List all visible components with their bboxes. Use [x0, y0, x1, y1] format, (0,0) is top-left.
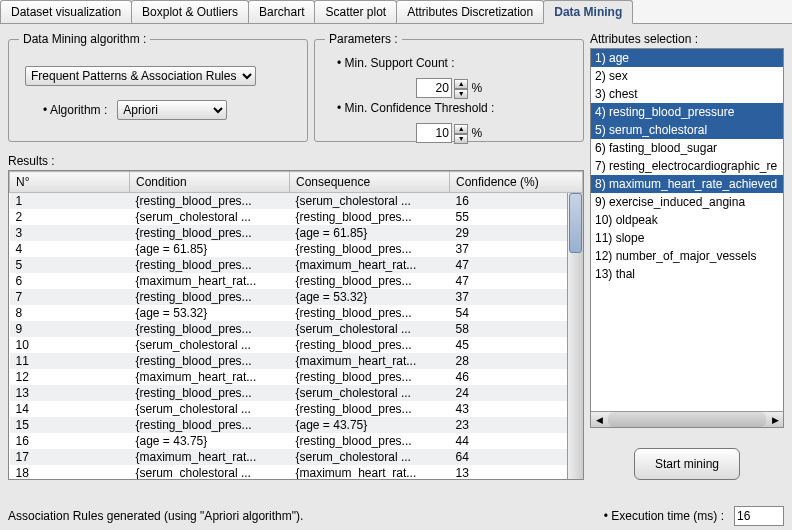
confidence-down-button[interactable]: ▼ [454, 134, 468, 144]
table-cell: 37 [450, 289, 583, 305]
table-row[interactable]: 12{maximum_heart_rat...{resting_blood_pr… [10, 369, 583, 385]
table-cell: {age = 53.32} [130, 305, 290, 321]
tab-barchart[interactable]: Barchart [248, 0, 315, 23]
table-cell: 7 [10, 289, 130, 305]
algorithm-select[interactable]: Apriori [117, 100, 227, 120]
algorithm-legend: Data Mining algorithm : [19, 32, 150, 46]
table-row[interactable]: 15{resting_blood_pres...{age = 43.75}23 [10, 417, 583, 433]
table-cell: {resting_blood_pres... [130, 353, 290, 369]
table-cell: 16 [450, 193, 583, 210]
table-cell: {age = 43.75} [290, 417, 450, 433]
table-cell: 28 [450, 353, 583, 369]
table-row[interactable]: 2{serum_cholestoral ...{resting_blood_pr… [10, 209, 583, 225]
column-header[interactable]: Consequence [290, 172, 450, 193]
tab-dataset-visualization[interactable]: Dataset visualization [0, 0, 132, 23]
exec-time-input[interactable] [734, 506, 784, 526]
start-mining-button[interactable]: Start mining [634, 448, 740, 480]
attribute-item[interactable]: 11) slope [591, 229, 783, 247]
table-cell: {resting_blood_pres... [290, 401, 450, 417]
table-row[interactable]: 13{resting_blood_pres...{serum_cholestor… [10, 385, 583, 401]
table-cell: 3 [10, 225, 130, 241]
attribute-item[interactable]: 13) thal [591, 265, 783, 283]
table-row[interactable]: 6{maximum_heart_rat...{resting_blood_pre… [10, 273, 583, 289]
column-header[interactable]: Condition [130, 172, 290, 193]
attribute-item[interactable]: 9) exercise_induced_angina [591, 193, 783, 211]
support-up-button[interactable]: ▲ [454, 79, 468, 89]
support-down-button[interactable]: ▼ [454, 89, 468, 99]
table-cell: {serum_cholestoral ... [130, 465, 290, 480]
table-cell: 13 [10, 385, 130, 401]
table-cell: {resting_blood_pres... [290, 369, 450, 385]
table-cell: {resting_blood_pres... [130, 385, 290, 401]
tab-boxplot-outliers[interactable]: Boxplot & Outliers [131, 0, 249, 23]
table-cell: 45 [450, 337, 583, 353]
table-cell: 10 [10, 337, 130, 353]
min-confidence-label: Min. Confidence Threshold : [337, 101, 494, 115]
vertical-scrollbar[interactable] [567, 193, 583, 479]
table-cell: {maximum_heart_rat... [130, 449, 290, 465]
table-row[interactable]: 3{resting_blood_pres...{age = 61.85}29 [10, 225, 583, 241]
min-support-input[interactable] [416, 78, 452, 98]
attribute-item[interactable]: 3) chest [591, 85, 783, 103]
attribute-item[interactable]: 8) maximum_heart_rate_achieved [591, 175, 783, 193]
table-cell: {maximum_heart_rat... [130, 273, 290, 289]
table-row[interactable]: 5{resting_blood_pres...{maximum_heart_ra… [10, 257, 583, 273]
scroll-right-icon[interactable]: ▶ [767, 415, 783, 425]
table-row[interactable]: 11{resting_blood_pres...{maximum_heart_r… [10, 353, 583, 369]
table-row[interactable]: 9{resting_blood_pres...{serum_cholestora… [10, 321, 583, 337]
table-row[interactable]: 10{serum_cholestoral ...{resting_blood_p… [10, 337, 583, 353]
table-cell: {resting_blood_pres... [130, 225, 290, 241]
table-row[interactable]: 7{resting_blood_pres...{age = 53.32}37 [10, 289, 583, 305]
min-confidence-input[interactable] [416, 123, 452, 143]
tab-scatter-plot[interactable]: Scatter plot [314, 0, 397, 23]
table-row[interactable]: 18{serum_cholestoral ...{maximum_heart_r… [10, 465, 583, 480]
attribute-item[interactable]: 2) sex [591, 67, 783, 85]
mining-type-select[interactable]: Frequent Patterns & Association Rules [25, 66, 256, 86]
table-cell: 47 [450, 273, 583, 289]
table-cell: 1 [10, 193, 130, 210]
attribute-item[interactable]: 1) age [591, 49, 783, 67]
table-cell: 46 [450, 369, 583, 385]
table-row[interactable]: 8{age = 53.32}{resting_blood_pres...54 [10, 305, 583, 321]
attribute-item[interactable]: 7) resting_electrocardiographic_re [591, 157, 783, 175]
table-cell: {maximum_heart_rat... [290, 465, 450, 480]
table-cell: {age = 43.75} [130, 433, 290, 449]
attribute-item[interactable]: 5) serum_cholestoral [591, 121, 783, 139]
table-cell: 18 [10, 465, 130, 480]
table-row[interactable]: 1{resting_blood_pres...{serum_cholestora… [10, 193, 583, 210]
exec-time-label: Execution time (ms) : [611, 509, 724, 523]
table-cell: 54 [450, 305, 583, 321]
attribute-item[interactable]: 10) oldpeak [591, 211, 783, 229]
table-cell: {resting_blood_pres... [290, 305, 450, 321]
tab-attributes-discretization[interactable]: Attributes Discretization [396, 0, 544, 23]
table-row[interactable]: 17{maximum_heart_rat...{serum_cholestora… [10, 449, 583, 465]
table-cell: 5 [10, 257, 130, 273]
table-cell: 4 [10, 241, 130, 257]
table-cell: {maximum_heart_rat... [130, 369, 290, 385]
table-cell: 55 [450, 209, 583, 225]
table-cell: 16 [10, 433, 130, 449]
table-row[interactable]: 4{age = 61.85}{resting_blood_pres...37 [10, 241, 583, 257]
attributes-label: Attributes selection : [590, 32, 784, 46]
table-cell: 8 [10, 305, 130, 321]
table-cell: {resting_blood_pres... [290, 209, 450, 225]
confidence-up-button[interactable]: ▲ [454, 124, 468, 134]
table-row[interactable]: 14{serum_cholestoral ...{resting_blood_p… [10, 401, 583, 417]
algorithm-label: Algorithm : [43, 103, 107, 117]
table-cell: {resting_blood_pres... [130, 193, 290, 210]
attribute-item[interactable]: 12) number_of_major_vessels [591, 247, 783, 265]
tab-data-mining[interactable]: Data Mining [543, 0, 633, 24]
attribute-item[interactable]: 6) fasting_blood_sugar [591, 139, 783, 157]
table-cell: 13 [450, 465, 583, 480]
column-header[interactable]: Confidence (%) [450, 172, 583, 193]
attribute-item[interactable]: 4) resting_blood_pressure [591, 103, 783, 121]
table-cell: 47 [450, 257, 583, 273]
attributes-list[interactable]: 1) age2) sex3) chest4) resting_blood_pre… [590, 48, 784, 428]
table-cell: {serum_cholestoral ... [130, 337, 290, 353]
horizontal-scrollbar[interactable]: ◀ ▶ [591, 411, 783, 427]
results-table[interactable]: N°ConditionConsequenceConfidence (%) 1{r… [8, 170, 584, 480]
table-row[interactable]: 16{age = 43.75}{resting_blood_pres...44 [10, 433, 583, 449]
column-header[interactable]: N° [10, 172, 130, 193]
parameters-legend: Parameters : [325, 32, 402, 46]
scroll-left-icon[interactable]: ◀ [591, 415, 607, 425]
